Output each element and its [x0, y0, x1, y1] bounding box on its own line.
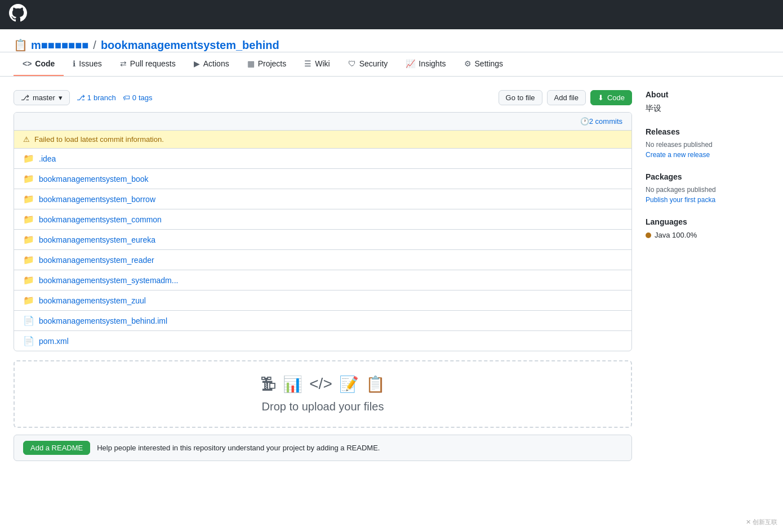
add-readme-button[interactable]: Add a README: [23, 441, 90, 455]
code-icon: <>: [23, 59, 32, 68]
add-file-button[interactable]: Add file: [547, 90, 586, 105]
language-bar: Java 100.0%: [646, 231, 769, 239]
table-row: 📁 bookmanagementsystem_borrow: [14, 189, 631, 209]
file-link[interactable]: bookmanagementsystem_book: [39, 175, 149, 184]
commits-link[interactable]: 2 commits: [589, 117, 622, 126]
tab-settings-label: Settings: [475, 59, 504, 68]
pull-requests-icon: ⇄: [120, 59, 127, 68]
tab-security[interactable]: 🛡 Security: [339, 52, 397, 76]
tab-pull-requests-label: Pull requests: [130, 59, 176, 68]
repo-description: 毕设: [646, 104, 769, 114]
repo-header: 📋 m■■■■■■■ / bookmanagementsystem_behind: [0, 29, 783, 52]
branch-bar-right: Go to file Add file ⬇ Code: [499, 90, 632, 105]
sidebar: About 毕设 Releases No releases published …: [646, 90, 769, 461]
sidebar-releases: Releases No releases published Create a …: [646, 127, 769, 159]
java-dot: [646, 233, 651, 238]
file-link[interactable]: bookmanagementsystem_reader: [39, 256, 154, 265]
tab-projects[interactable]: ▦ Projects: [238, 52, 296, 76]
tab-wiki[interactable]: ☰ Wiki: [295, 52, 339, 76]
packages-title: Packages: [646, 172, 769, 181]
main-content: ⎇ master ▾ ⎇ 1 branch 🏷 0 tags: [0, 77, 783, 475]
commits-label: commits: [595, 117, 622, 126]
about-title: About: [646, 90, 769, 99]
tags-link[interactable]: 🏷 0 tags: [123, 93, 153, 102]
file-link[interactable]: bookmanagementsystem_zuul: [39, 296, 146, 305]
languages-title: Languages: [646, 217, 769, 226]
repo-title: 📋 m■■■■■■■ / bookmanagementsystem_behind: [14, 38, 279, 52]
folder-icon: 📁: [23, 234, 33, 245]
sidebar-packages: Packages No packages published Publish y…: [646, 172, 769, 204]
actions-icon: ▶: [194, 59, 200, 68]
branches-icon: ⎇: [77, 93, 85, 102]
warning-bar: ⚠ Failed to load latest commit informati…: [14, 131, 631, 149]
chart-icon: 📊: [283, 375, 302, 394]
go-to-file-button[interactable]: Go to file: [499, 90, 542, 105]
branch-bar-left: ⎇ master ▾ ⎇ 1 branch 🏷 0 tags: [14, 90, 153, 105]
tags-count: 0: [132, 93, 136, 102]
security-icon: 🛡: [348, 59, 356, 68]
file-link[interactable]: bookmanagementsystem_behind.iml: [39, 316, 167, 325]
commits-icon: 🕐: [580, 117, 589, 126]
publish-package-link[interactable]: Publish your first packa: [646, 196, 769, 204]
table-row: 📁 bookmanagementsystem_reader: [14, 250, 631, 270]
repo-slash: /: [93, 39, 96, 52]
tab-pull-requests[interactable]: ⇄ Pull requests: [111, 52, 185, 76]
table-row: 📄 pom.xml: [14, 331, 631, 351]
commit-info-bar: 🕐 2 commits: [14, 113, 631, 131]
file-link[interactable]: pom.xml: [39, 337, 69, 346]
releases-title: Releases: [646, 127, 769, 136]
branch-selector[interactable]: ⎇ master ▾: [14, 90, 70, 105]
branch-icon: ⎇: [21, 93, 29, 102]
branches-count: 1: [87, 93, 91, 102]
sidebar-about: About 毕设: [646, 90, 769, 114]
branch-name: master: [33, 93, 55, 102]
github-logo[interactable]: [9, 4, 27, 25]
folder-icon: 📁: [23, 153, 33, 164]
issues-icon: ℹ: [73, 59, 75, 68]
folder-icon: 📁: [23, 214, 33, 225]
tab-projects-label: Projects: [258, 59, 287, 68]
file-link[interactable]: bookmanagementsystem_eureka: [39, 235, 155, 244]
branches-label: branch: [94, 93, 116, 102]
wiki-icon: ☰: [304, 59, 312, 68]
file-link[interactable]: bookmanagementsystem_borrow: [39, 195, 155, 204]
repo-content: ⎇ master ▾ ⎇ 1 branch 🏷 0 tags: [14, 90, 632, 461]
create-release-link[interactable]: Create a new release: [646, 151, 769, 159]
chevron-down-icon: ▾: [59, 93, 63, 102]
tab-bar: <> Code ℹ Issues ⇄ Pull requests ▶ Actio…: [0, 52, 783, 77]
file-table: 🕐 2 commits ⚠ Failed to load latest comm…: [14, 112, 632, 351]
repo-name[interactable]: bookmanagementsystem_behind: [101, 39, 279, 52]
no-releases-text: No releases published: [646, 141, 769, 149]
tab-actions[interactable]: ▶ Actions: [185, 52, 238, 76]
folder-icon: 📁: [23, 254, 33, 265]
drop-zone: 🗜 📊 </> 📝 📋 Drop to upload your files: [14, 360, 632, 428]
code-button-label: Code: [607, 93, 625, 102]
tab-insights[interactable]: 📈 Insights: [397, 52, 455, 76]
tab-settings[interactable]: ⚙ Settings: [455, 52, 513, 76]
tab-issues[interactable]: ℹ Issues: [64, 52, 110, 76]
file-link[interactable]: bookmanagementsystem_common: [39, 215, 162, 224]
pdf-icon: 📋: [366, 375, 385, 394]
folder-icon: 📁: [23, 194, 33, 204]
repo-icon: 📋: [14, 38, 28, 52]
folder-icon: 📁: [23, 295, 33, 306]
readme-help-text: Help people interested in this repositor…: [97, 444, 380, 452]
repo-owner[interactable]: m■■■■■■■: [31, 39, 88, 52]
table-row: 📁 .idea: [14, 149, 631, 169]
table-row: 📄 bookmanagementsystem_behind.iml: [14, 311, 631, 331]
download-icon: ⬇: [598, 93, 604, 102]
tags-label: tags: [139, 93, 153, 102]
top-bar: [0, 0, 783, 29]
tab-code[interactable]: <> Code: [14, 52, 64, 76]
folder-icon: 📁: [23, 275, 33, 285]
table-row: 📁 bookmanagementsystem_zuul: [14, 290, 631, 311]
code-button[interactable]: ⬇ Code: [590, 90, 632, 105]
tab-security-label: Security: [359, 59, 388, 68]
warning-icon: ⚠: [23, 135, 30, 144]
file-link[interactable]: bookmanagementsystem_systemadm...: [39, 276, 178, 285]
file-link[interactable]: .idea: [39, 154, 56, 163]
drop-icons: 🗜 📊 </> 📝 📋: [260, 375, 385, 394]
table-row: 📁 bookmanagementsystem_systemadm...: [14, 270, 631, 290]
code-file-icon: </>: [309, 375, 332, 394]
branches-link[interactable]: ⎇ 1 branch: [77, 93, 116, 102]
